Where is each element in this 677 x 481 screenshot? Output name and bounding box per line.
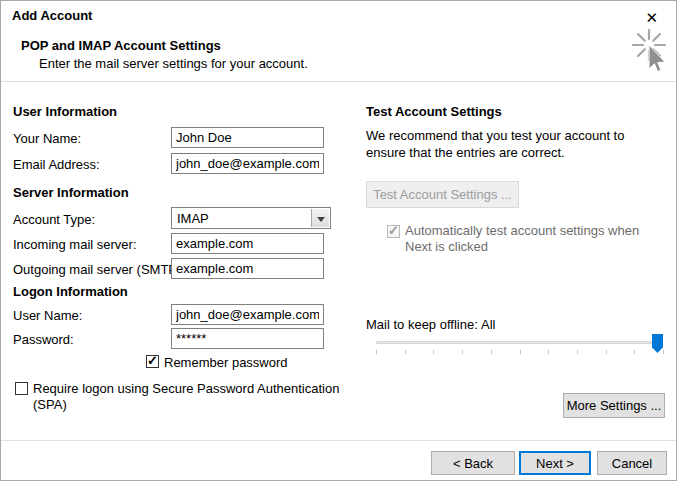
your-name-input[interactable] (171, 127, 324, 148)
test-account-settings-button[interactable]: Test Account Settings ... (366, 181, 519, 208)
incoming-server-input[interactable] (171, 233, 324, 254)
test-account-settings-heading: Test Account Settings (366, 104, 502, 119)
cancel-button[interactable]: Cancel (597, 451, 667, 475)
user-information-heading: User Information (13, 104, 117, 119)
offline-value: All (481, 317, 495, 332)
spa-checkbox[interactable] (15, 382, 28, 395)
slider-handle[interactable] (652, 334, 663, 353)
footer-divider (1, 440, 676, 441)
server-information-heading: Server Information (13, 185, 129, 200)
auto-test-checkbox[interactable] (387, 225, 400, 238)
close-icon[interactable]: ✕ (639, 7, 664, 29)
window-title: Add Account (12, 8, 92, 23)
outgoing-server-label: Outgoing mail server (SMTP): (13, 262, 185, 277)
username-input[interactable] (171, 304, 324, 325)
chevron-down-icon (317, 217, 325, 222)
page-subtitle: Enter the mail server settings for your … (39, 56, 308, 71)
slider-track[interactable] (376, 341, 663, 344)
account-type-label: Account Type: (13, 212, 95, 227)
dropdown-button[interactable] (311, 209, 329, 227)
account-type-value: IMAP (177, 211, 209, 226)
test-description: We recommend that you test your account … (366, 127, 664, 161)
back-button[interactable]: < Back (431, 451, 515, 475)
busy-cursor-icon (627, 29, 673, 79)
spa-label: Require logon using Secure Password Auth… (33, 381, 345, 413)
incoming-server-label: Incoming mail server: (13, 237, 137, 252)
offline-label: Mail to keep offline: (366, 317, 478, 332)
next-button[interactable]: Next > (519, 451, 591, 475)
more-settings-button[interactable]: More Settings ... (563, 393, 665, 418)
email-address-label: Email Address: (13, 157, 100, 172)
add-account-dialog: Add Account ✕ POP and IMAP Account Setti… (0, 0, 677, 481)
user-name-label: User Name: (13, 308, 82, 323)
outgoing-server-input[interactable] (171, 258, 324, 279)
email-address-input[interactable] (171, 153, 324, 174)
offline-slider[interactable] (376, 331, 663, 357)
remember-password-label: Remember password (164, 355, 288, 370)
header-divider (1, 81, 676, 82)
your-name-label: Your Name: (13, 131, 81, 146)
logon-information-heading: Logon Information (13, 284, 128, 299)
account-type-select[interactable]: IMAP (171, 207, 331, 229)
password-label: Password: (13, 332, 74, 347)
remember-password-checkbox[interactable] (146, 355, 159, 368)
auto-test-label: Automatically test account settings when… (405, 223, 655, 255)
page-title: POP and IMAP Account Settings (21, 38, 221, 53)
password-input[interactable] (171, 328, 324, 349)
